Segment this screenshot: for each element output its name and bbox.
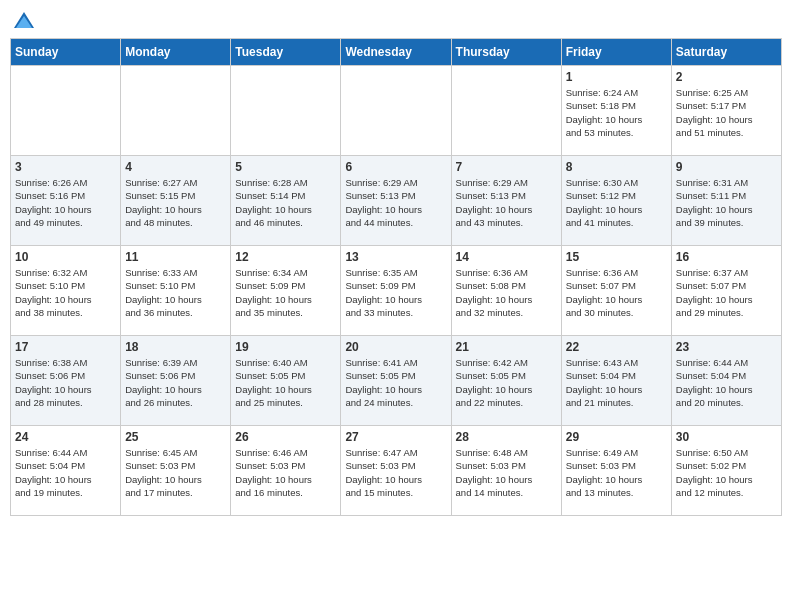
calendar-cell: 9Sunrise: 6:31 AM Sunset: 5:11 PM Daylig… [671,156,781,246]
day-number: 5 [235,160,336,174]
calendar-cell: 12Sunrise: 6:34 AM Sunset: 5:09 PM Dayli… [231,246,341,336]
day-info: Sunrise: 6:27 AM Sunset: 5:15 PM Dayligh… [125,176,226,229]
day-info: Sunrise: 6:38 AM Sunset: 5:06 PM Dayligh… [15,356,116,409]
calendar-cell: 25Sunrise: 6:45 AM Sunset: 5:03 PM Dayli… [121,426,231,516]
day-info: Sunrise: 6:35 AM Sunset: 5:09 PM Dayligh… [345,266,446,319]
calendar-cell: 16Sunrise: 6:37 AM Sunset: 5:07 PM Dayli… [671,246,781,336]
day-info: Sunrise: 6:44 AM Sunset: 5:04 PM Dayligh… [676,356,777,409]
day-number: 18 [125,340,226,354]
day-info: Sunrise: 6:49 AM Sunset: 5:03 PM Dayligh… [566,446,667,499]
weekday-header: Thursday [451,39,561,66]
day-info: Sunrise: 6:50 AM Sunset: 5:02 PM Dayligh… [676,446,777,499]
logo [10,10,36,30]
weekday-header: Friday [561,39,671,66]
day-number: 10 [15,250,116,264]
calendar-cell: 18Sunrise: 6:39 AM Sunset: 5:06 PM Dayli… [121,336,231,426]
calendar-cell: 5Sunrise: 6:28 AM Sunset: 5:14 PM Daylig… [231,156,341,246]
day-number: 24 [15,430,116,444]
day-info: Sunrise: 6:47 AM Sunset: 5:03 PM Dayligh… [345,446,446,499]
calendar-cell [121,66,231,156]
calendar-cell: 20Sunrise: 6:41 AM Sunset: 5:05 PM Dayli… [341,336,451,426]
day-number: 21 [456,340,557,354]
calendar-cell: 2Sunrise: 6:25 AM Sunset: 5:17 PM Daylig… [671,66,781,156]
weekday-header: Tuesday [231,39,341,66]
day-info: Sunrise: 6:45 AM Sunset: 5:03 PM Dayligh… [125,446,226,499]
day-number: 3 [15,160,116,174]
calendar-cell [341,66,451,156]
calendar-week-row: 17Sunrise: 6:38 AM Sunset: 5:06 PM Dayli… [11,336,782,426]
day-number: 30 [676,430,777,444]
day-number: 4 [125,160,226,174]
calendar-cell: 13Sunrise: 6:35 AM Sunset: 5:09 PM Dayli… [341,246,451,336]
day-number: 23 [676,340,777,354]
calendar-cell: 15Sunrise: 6:36 AM Sunset: 5:07 PM Dayli… [561,246,671,336]
calendar-week-row: 1Sunrise: 6:24 AM Sunset: 5:18 PM Daylig… [11,66,782,156]
day-info: Sunrise: 6:44 AM Sunset: 5:04 PM Dayligh… [15,446,116,499]
weekday-header: Sunday [11,39,121,66]
calendar-cell: 22Sunrise: 6:43 AM Sunset: 5:04 PM Dayli… [561,336,671,426]
calendar-cell: 7Sunrise: 6:29 AM Sunset: 5:13 PM Daylig… [451,156,561,246]
calendar-cell: 29Sunrise: 6:49 AM Sunset: 5:03 PM Dayli… [561,426,671,516]
calendar-header-row: SundayMondayTuesdayWednesdayThursdayFrid… [11,39,782,66]
day-info: Sunrise: 6:42 AM Sunset: 5:05 PM Dayligh… [456,356,557,409]
day-info: Sunrise: 6:34 AM Sunset: 5:09 PM Dayligh… [235,266,336,319]
day-number: 7 [456,160,557,174]
day-info: Sunrise: 6:39 AM Sunset: 5:06 PM Dayligh… [125,356,226,409]
weekday-header: Wednesday [341,39,451,66]
page-header [10,10,782,30]
calendar-cell: 19Sunrise: 6:40 AM Sunset: 5:05 PM Dayli… [231,336,341,426]
day-info: Sunrise: 6:31 AM Sunset: 5:11 PM Dayligh… [676,176,777,229]
calendar-cell: 4Sunrise: 6:27 AM Sunset: 5:15 PM Daylig… [121,156,231,246]
day-info: Sunrise: 6:37 AM Sunset: 5:07 PM Dayligh… [676,266,777,319]
day-number: 16 [676,250,777,264]
calendar-cell: 1Sunrise: 6:24 AM Sunset: 5:18 PM Daylig… [561,66,671,156]
day-number: 15 [566,250,667,264]
day-number: 8 [566,160,667,174]
calendar-cell: 24Sunrise: 6:44 AM Sunset: 5:04 PM Dayli… [11,426,121,516]
day-info: Sunrise: 6:28 AM Sunset: 5:14 PM Dayligh… [235,176,336,229]
day-info: Sunrise: 6:41 AM Sunset: 5:05 PM Dayligh… [345,356,446,409]
day-number: 25 [125,430,226,444]
day-number: 11 [125,250,226,264]
calendar-cell: 28Sunrise: 6:48 AM Sunset: 5:03 PM Dayli… [451,426,561,516]
day-info: Sunrise: 6:29 AM Sunset: 5:13 PM Dayligh… [456,176,557,229]
logo-icon [12,10,36,34]
day-number: 13 [345,250,446,264]
calendar-cell: 10Sunrise: 6:32 AM Sunset: 5:10 PM Dayli… [11,246,121,336]
calendar-cell: 17Sunrise: 6:38 AM Sunset: 5:06 PM Dayli… [11,336,121,426]
day-info: Sunrise: 6:33 AM Sunset: 5:10 PM Dayligh… [125,266,226,319]
calendar-table: SundayMondayTuesdayWednesdayThursdayFrid… [10,38,782,516]
calendar-cell: 30Sunrise: 6:50 AM Sunset: 5:02 PM Dayli… [671,426,781,516]
calendar-cell: 3Sunrise: 6:26 AM Sunset: 5:16 PM Daylig… [11,156,121,246]
day-info: Sunrise: 6:46 AM Sunset: 5:03 PM Dayligh… [235,446,336,499]
day-info: Sunrise: 6:25 AM Sunset: 5:17 PM Dayligh… [676,86,777,139]
day-number: 17 [15,340,116,354]
day-number: 26 [235,430,336,444]
day-number: 28 [456,430,557,444]
weekday-header: Monday [121,39,231,66]
day-info: Sunrise: 6:24 AM Sunset: 5:18 PM Dayligh… [566,86,667,139]
day-number: 2 [676,70,777,84]
calendar-cell: 6Sunrise: 6:29 AM Sunset: 5:13 PM Daylig… [341,156,451,246]
calendar-cell: 27Sunrise: 6:47 AM Sunset: 5:03 PM Dayli… [341,426,451,516]
day-info: Sunrise: 6:48 AM Sunset: 5:03 PM Dayligh… [456,446,557,499]
day-number: 20 [345,340,446,354]
calendar-cell [11,66,121,156]
calendar-cell: 23Sunrise: 6:44 AM Sunset: 5:04 PM Dayli… [671,336,781,426]
day-number: 29 [566,430,667,444]
day-number: 14 [456,250,557,264]
day-info: Sunrise: 6:36 AM Sunset: 5:07 PM Dayligh… [566,266,667,319]
calendar-cell [231,66,341,156]
day-info: Sunrise: 6:26 AM Sunset: 5:16 PM Dayligh… [15,176,116,229]
day-number: 22 [566,340,667,354]
calendar-cell: 11Sunrise: 6:33 AM Sunset: 5:10 PM Dayli… [121,246,231,336]
weekday-header: Saturday [671,39,781,66]
calendar-cell [451,66,561,156]
day-info: Sunrise: 6:29 AM Sunset: 5:13 PM Dayligh… [345,176,446,229]
day-number: 19 [235,340,336,354]
day-info: Sunrise: 6:30 AM Sunset: 5:12 PM Dayligh… [566,176,667,229]
day-info: Sunrise: 6:36 AM Sunset: 5:08 PM Dayligh… [456,266,557,319]
day-info: Sunrise: 6:40 AM Sunset: 5:05 PM Dayligh… [235,356,336,409]
calendar-cell: 21Sunrise: 6:42 AM Sunset: 5:05 PM Dayli… [451,336,561,426]
calendar-week-row: 3Sunrise: 6:26 AM Sunset: 5:16 PM Daylig… [11,156,782,246]
